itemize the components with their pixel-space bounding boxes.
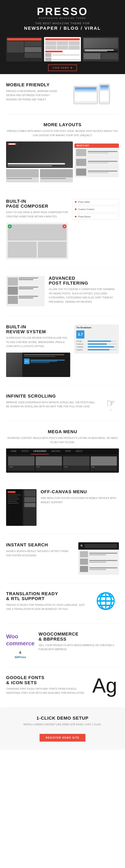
screen-grid	[7, 41, 41, 58]
text-line	[88, 162, 109, 163]
layout-featured-inner	[6, 142, 73, 168]
subtitle-line	[24, 356, 55, 357]
nav-item-archive[interactable]: ARCHIVE	[49, 448, 63, 454]
item-label: Posts Boxes	[78, 215, 90, 218]
section-desc: INSTALL A DEMO CONTENT LIKE DEMO SITE EA…	[6, 722, 119, 726]
review-content: BUILT-IN REVIEW SYSTEM SUPER EASY-TO-USE…	[6, 324, 119, 377]
text-line	[19, 288, 33, 289]
section-title-line2: REVIEW SYSTEM	[6, 329, 70, 334]
hot-text	[52, 55, 80, 55]
card-img	[91, 456, 117, 466]
text-line	[88, 151, 117, 152]
mobile-friendly-section: MOBILE FRIENDLY PRESSO IS RESPONSIVE, WO…	[0, 74, 125, 114]
oc-menu-line	[8, 494, 21, 495]
translation-globe-area: 🌐	[92, 591, 119, 611]
view-demo-button[interactable]: VIEW DEMO	[48, 65, 77, 71]
search-result-item	[80, 551, 117, 557]
layouts-small-row	[6, 169, 73, 182]
composer-list-item[interactable]: Custom Content	[72, 206, 119, 212]
section-title: INFINITE SCROLLING	[6, 394, 98, 399]
screen-block	[69, 45, 80, 50]
composer-list-area: Posts Slider Custom Content Posts Boxes	[72, 199, 119, 221]
text-line	[89, 553, 117, 554]
filter-row	[8, 296, 43, 304]
text-line	[19, 279, 33, 280]
hot-img	[45, 58, 51, 61]
text-line	[89, 562, 106, 563]
composer-preview	[6, 223, 68, 259]
bar-bg	[88, 341, 117, 342]
section-desc: PRESSO IS READY FOR TRANSLATION TO YOUR …	[6, 603, 88, 611]
oc-sidebar	[6, 489, 22, 526]
text-line	[19, 287, 38, 288]
bar-fill	[88, 341, 111, 342]
section-title: INSTANT SEARCH	[6, 542, 74, 548]
woo-logo-area: Woo commerce & bbPress	[6, 632, 35, 659]
screen-block	[45, 45, 56, 50]
tagline-bold: NEWSPAPER / BLOG / VIRAL	[4, 26, 121, 31]
text-line	[88, 161, 117, 162]
bar-row: Usability	[76, 346, 117, 348]
composer-list-item[interactable]: Posts Boxes	[72, 214, 119, 220]
nav-item-shop[interactable]: SHOP	[63, 448, 73, 454]
woo-logo: Woo commerce	[6, 632, 35, 650]
nav-item-posts[interactable]: POSTS	[19, 448, 31, 454]
bar	[31, 360, 65, 361]
mega-card: Article	[8, 456, 35, 471]
mobile-friendly-content: MOBILE FRIENDLY PRESSO IS RESPONSIVE, WO…	[6, 82, 119, 106]
fonts-text: GOOGLE FONTS & ICON SETS CHANGING FONT E…	[6, 675, 86, 699]
demo-setup-button[interactable]: Register Demo Site	[40, 734, 86, 742]
layouts-preview: WHAT'S HOT	[6, 142, 119, 182]
section-title-block: TRANSLATION READY & RTL SUPPORT	[6, 591, 88, 601]
screen-block	[57, 41, 68, 45]
oc-menu-line	[8, 496, 18, 497]
wh-item	[75, 158, 119, 167]
layouts-left	[6, 142, 73, 182]
screen-header-light	[45, 38, 80, 40]
header: PRESSO RESPONSIVE MAGAZINE THEME THE BES…	[0, 0, 125, 33]
tablet-device	[74, 86, 98, 104]
bar	[31, 362, 49, 363]
arrow-icon	[71, 67, 73, 69]
oc-menu-line	[8, 499, 19, 500]
hot-item	[45, 58, 80, 61]
composer-list-item[interactable]: Posts Slider	[72, 199, 119, 205]
woocommerce-section: Woo commerce & bbPress WOOCOMMERCE & BBP…	[0, 623, 125, 667]
bbpress-logo: bbPress	[14, 655, 26, 659]
wh-item-img	[76, 159, 86, 166]
score-area: 3.7	[24, 359, 69, 364]
search-preview: 🔍	[78, 542, 119, 575]
composer-items: Posts Slider Custom Content Posts Boxes	[72, 199, 119, 220]
text-line	[88, 172, 109, 173]
nav-item-about[interactable]: ABOUT	[74, 448, 85, 454]
review-text: BUILT-IN REVIEW SYSTEM SUPER EASY-TO-USE…	[6, 324, 70, 377]
card-img	[6, 169, 39, 177]
layout-card-small	[40, 169, 73, 182]
bar-fill	[88, 343, 107, 345]
nav-item-categories[interactable]: CATEGORIES	[31, 448, 49, 454]
ag-letter: Ag	[92, 675, 117, 695]
infinite-text: INFINITE SCROLLING IMPROVE USER EXPERIEN…	[6, 394, 98, 413]
demo-screen-1	[6, 37, 42, 61]
composer-block	[8, 242, 37, 258]
section-title-line2: POST FILTERING	[49, 281, 119, 286]
card-text: Article	[8, 466, 35, 468]
card-img	[36, 456, 62, 466]
section-desc: SIDE MENU FOR FASTER ACCESSING IN MOBILE…	[41, 496, 119, 504]
composer-text: BUILT-IN PAGE COMPOSER EASY-TO-USE DRAG …	[6, 199, 68, 259]
wh-item	[75, 167, 119, 177]
off-canvas-text: OFF-CANVAS MENU SIDE MENU FOR FASTER ACC…	[41, 489, 119, 508]
article-content: 3.7	[22, 352, 70, 377]
fonts-content: GOOGLE FONTS & ICON SETS CHANGING FONT E…	[6, 675, 119, 699]
screen-block	[69, 41, 80, 45]
section-title-block: ADVANCED POST FILTERING	[49, 276, 119, 286]
mobile-friendly-devices	[65, 84, 119, 104]
whats-hot-header: WHAT'S HOT	[75, 144, 119, 148]
composer-block	[38, 242, 67, 258]
nav-item-home[interactable]: HOME	[8, 448, 19, 454]
bar-bg	[88, 343, 117, 345]
oc-content-block	[24, 503, 36, 507]
wh-item-text	[88, 170, 117, 174]
close-icon: ×	[62, 224, 67, 228]
section-title-block: WOOCOMMERCE & BBPRESS	[39, 632, 119, 642]
